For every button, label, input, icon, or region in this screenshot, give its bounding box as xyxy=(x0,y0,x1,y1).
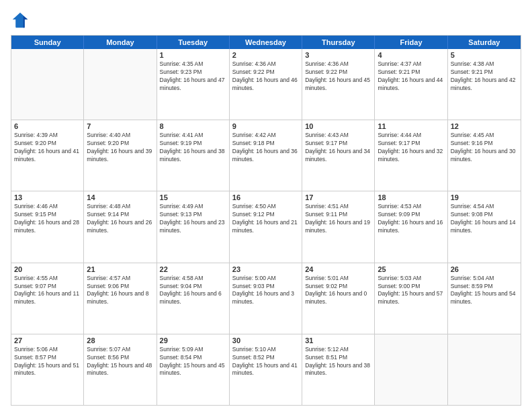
calendar-cell-28: 28Sunrise: 5:07 AM Sunset: 8:56 PM Dayli… xyxy=(84,334,157,405)
calendar-cell-19: 19Sunrise: 4:54 AM Sunset: 9:08 PM Dayli… xyxy=(448,191,521,262)
calendar-cell-8: 8Sunrise: 4:41 AM Sunset: 9:19 PM Daylig… xyxy=(157,120,230,191)
day-info: Sunrise: 5:09 AM Sunset: 8:54 PM Dayligh… xyxy=(160,346,226,378)
day-info: Sunrise: 4:53 AM Sunset: 9:09 PM Dayligh… xyxy=(378,203,444,235)
calendar-cell-20: 20Sunrise: 4:55 AM Sunset: 9:07 PM Dayli… xyxy=(11,263,84,334)
calendar-week-4: 20Sunrise: 4:55 AM Sunset: 9:07 PM Dayli… xyxy=(11,263,521,334)
calendar-cell-14: 14Sunrise: 4:48 AM Sunset: 9:14 PM Dayli… xyxy=(84,191,157,262)
day-info: Sunrise: 5:12 AM Sunset: 8:51 PM Dayligh… xyxy=(305,346,371,378)
calendar-cell-6: 6Sunrise: 4:39 AM Sunset: 9:20 PM Daylig… xyxy=(11,120,84,191)
calendar-cell-4: 4Sunrise: 4:37 AM Sunset: 9:21 PM Daylig… xyxy=(375,49,447,120)
calendar-cell-11: 11Sunrise: 4:44 AM Sunset: 9:17 PM Dayli… xyxy=(375,120,447,191)
calendar-cell-22: 22Sunrise: 4:58 AM Sunset: 9:04 PM Dayli… xyxy=(157,263,230,334)
calendar-cell-31: 31Sunrise: 5:12 AM Sunset: 8:51 PM Dayli… xyxy=(302,334,375,405)
day-info: Sunrise: 5:06 AM Sunset: 8:57 PM Dayligh… xyxy=(14,346,81,378)
day-number: 4 xyxy=(378,51,444,59)
calendar-cell-27: 27Sunrise: 5:06 AM Sunset: 8:57 PM Dayli… xyxy=(11,334,84,405)
calendar-cell-24: 24Sunrise: 5:01 AM Sunset: 9:02 PM Dayli… xyxy=(302,263,375,334)
page: SundayMondayTuesdayWednesdayThursdayFrid… xyxy=(0,0,532,411)
header-day-monday: Monday xyxy=(84,36,157,49)
header-day-saturday: Saturday xyxy=(448,36,521,49)
day-info: Sunrise: 4:45 AM Sunset: 9:16 PM Dayligh… xyxy=(451,132,518,164)
day-number: 12 xyxy=(451,122,518,130)
calendar-cell-25: 25Sunrise: 5:03 AM Sunset: 9:00 PM Dayli… xyxy=(375,263,447,334)
day-number: 17 xyxy=(305,193,371,201)
day-number: 20 xyxy=(14,265,81,273)
day-info: Sunrise: 4:38 AM Sunset: 9:21 PM Dayligh… xyxy=(451,60,518,93)
day-number: 10 xyxy=(305,122,371,130)
calendar-cell-12: 12Sunrise: 4:45 AM Sunset: 9:16 PM Dayli… xyxy=(448,120,521,191)
day-number: 9 xyxy=(232,122,299,130)
day-number: 6 xyxy=(14,122,81,130)
day-number: 1 xyxy=(160,51,226,59)
calendar-week-5: 27Sunrise: 5:06 AM Sunset: 8:57 PM Dayli… xyxy=(11,334,521,405)
calendar-cell-5: 5Sunrise: 4:38 AM Sunset: 9:21 PM Daylig… xyxy=(448,49,521,120)
day-number: 14 xyxy=(87,193,153,201)
header-day-sunday: Sunday xyxy=(11,36,84,49)
calendar-cell-empty-6 xyxy=(448,334,521,405)
day-info: Sunrise: 4:40 AM Sunset: 9:20 PM Dayligh… xyxy=(87,132,153,164)
day-info: Sunrise: 4:43 AM Sunset: 9:17 PM Dayligh… xyxy=(305,132,371,164)
day-number: 22 xyxy=(160,265,226,273)
day-info: Sunrise: 4:54 AM Sunset: 9:08 PM Dayligh… xyxy=(451,203,518,235)
day-info: Sunrise: 4:37 AM Sunset: 9:21 PM Dayligh… xyxy=(378,60,444,93)
calendar-cell-13: 13Sunrise: 4:46 AM Sunset: 9:15 PM Dayli… xyxy=(11,191,84,262)
calendar-cell-17: 17Sunrise: 4:51 AM Sunset: 9:11 PM Dayli… xyxy=(302,191,375,262)
day-info: Sunrise: 5:10 AM Sunset: 8:52 PM Dayligh… xyxy=(232,346,299,378)
day-number: 21 xyxy=(87,265,153,273)
day-number: 7 xyxy=(87,122,153,130)
day-info: Sunrise: 4:46 AM Sunset: 9:15 PM Dayligh… xyxy=(14,203,81,235)
day-info: Sunrise: 4:55 AM Sunset: 9:07 PM Dayligh… xyxy=(14,275,81,307)
day-number: 30 xyxy=(232,336,299,345)
calendar-cell-30: 30Sunrise: 5:10 AM Sunset: 8:52 PM Dayli… xyxy=(230,334,302,405)
day-number: 19 xyxy=(451,193,518,201)
day-info: Sunrise: 4:36 AM Sunset: 9:22 PM Dayligh… xyxy=(305,60,371,93)
calendar-cell-15: 15Sunrise: 4:49 AM Sunset: 9:13 PM Dayli… xyxy=(157,191,230,262)
calendar-cell-empty-5 xyxy=(375,334,447,405)
calendar-cell-1: 1Sunrise: 4:35 AM Sunset: 9:23 PM Daylig… xyxy=(157,49,230,120)
calendar-cell-29: 29Sunrise: 5:09 AM Sunset: 8:54 PM Dayli… xyxy=(157,334,230,405)
calendar-cell-9: 9Sunrise: 4:42 AM Sunset: 9:18 PM Daylig… xyxy=(230,120,302,191)
calendar-cell-23: 23Sunrise: 5:00 AM Sunset: 9:03 PM Dayli… xyxy=(230,263,302,334)
calendar-cell-empty-1 xyxy=(84,49,157,120)
day-info: Sunrise: 5:01 AM Sunset: 9:02 PM Dayligh… xyxy=(305,275,371,307)
calendar-week-1: 1Sunrise: 4:35 AM Sunset: 9:23 PM Daylig… xyxy=(11,49,521,120)
header-day-thursday: Thursday xyxy=(302,36,375,49)
calendar-cell-18: 18Sunrise: 4:53 AM Sunset: 9:09 PM Dayli… xyxy=(375,191,447,262)
day-number: 27 xyxy=(14,336,81,345)
logo-icon xyxy=(11,11,30,30)
day-number: 31 xyxy=(305,336,371,345)
day-number: 16 xyxy=(232,193,299,201)
header-day-friday: Friday xyxy=(375,36,447,49)
calendar-cell-16: 16Sunrise: 4:50 AM Sunset: 9:12 PM Dayli… xyxy=(230,191,302,262)
header xyxy=(11,11,521,30)
day-info: Sunrise: 4:50 AM Sunset: 9:12 PM Dayligh… xyxy=(232,203,299,235)
day-number: 8 xyxy=(160,122,226,130)
calendar-cell-3: 3Sunrise: 4:36 AM Sunset: 9:22 PM Daylig… xyxy=(302,49,375,120)
day-info: Sunrise: 4:35 AM Sunset: 9:23 PM Dayligh… xyxy=(160,60,226,93)
calendar-cell-empty-0 xyxy=(11,49,84,120)
day-number: 23 xyxy=(232,265,299,273)
calendar-week-3: 13Sunrise: 4:46 AM Sunset: 9:15 PM Dayli… xyxy=(11,191,521,263)
logo xyxy=(11,11,32,30)
day-number: 18 xyxy=(378,193,444,201)
calendar-body: 1Sunrise: 4:35 AM Sunset: 9:23 PM Daylig… xyxy=(11,49,521,405)
day-number: 5 xyxy=(451,51,518,59)
day-number: 25 xyxy=(378,265,444,273)
day-number: 24 xyxy=(305,265,371,273)
calendar-cell-7: 7Sunrise: 4:40 AM Sunset: 9:20 PM Daylig… xyxy=(84,120,157,191)
day-info: Sunrise: 4:44 AM Sunset: 9:17 PM Dayligh… xyxy=(378,132,444,164)
day-info: Sunrise: 4:36 AM Sunset: 9:22 PM Dayligh… xyxy=(232,60,299,93)
day-info: Sunrise: 5:00 AM Sunset: 9:03 PM Dayligh… xyxy=(232,275,299,307)
day-number: 3 xyxy=(305,51,371,59)
day-number: 13 xyxy=(14,193,81,201)
day-info: Sunrise: 4:51 AM Sunset: 9:11 PM Dayligh… xyxy=(305,203,371,235)
day-info: Sunrise: 4:42 AM Sunset: 9:18 PM Dayligh… xyxy=(232,132,299,164)
day-info: Sunrise: 5:03 AM Sunset: 9:00 PM Dayligh… xyxy=(378,275,444,307)
calendar-cell-21: 21Sunrise: 4:57 AM Sunset: 9:06 PM Dayli… xyxy=(84,263,157,334)
day-info: Sunrise: 4:58 AM Sunset: 9:04 PM Dayligh… xyxy=(160,275,226,307)
day-info: Sunrise: 4:57 AM Sunset: 9:06 PM Dayligh… xyxy=(87,275,153,307)
day-info: Sunrise: 4:48 AM Sunset: 9:14 PM Dayligh… xyxy=(87,203,153,235)
day-info: Sunrise: 4:39 AM Sunset: 9:20 PM Dayligh… xyxy=(14,132,81,164)
day-info: Sunrise: 5:04 AM Sunset: 8:59 PM Dayligh… xyxy=(451,275,518,307)
header-day-wednesday: Wednesday xyxy=(230,36,302,49)
